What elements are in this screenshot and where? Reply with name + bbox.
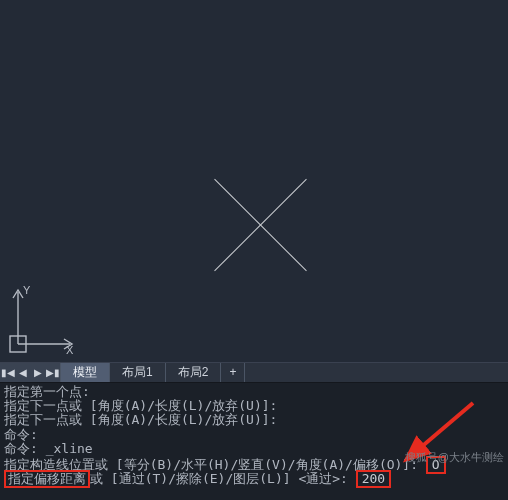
cmd-history-line: 命令: xyxy=(4,428,504,442)
cmd-history-line: 指定构造线位置或 [等分(B)/水平(H)/竖直(V)/角度(A)/偏移(O)]… xyxy=(4,456,504,470)
cmd-input-200: 200 xyxy=(356,470,391,488)
tab-next-icon[interactable]: ▶ xyxy=(30,363,45,382)
tab-layout2[interactable]: 布局2 xyxy=(166,363,222,382)
tab-prev-icon[interactable]: ◀ xyxy=(15,363,30,382)
tab-add-button[interactable]: + xyxy=(221,363,245,382)
drawing-viewport[interactable]: Y X xyxy=(0,0,508,362)
tab-nav-group: ▮◀ ◀ ▶ ▶▮ xyxy=(0,363,61,382)
svg-text:X: X xyxy=(66,344,74,356)
cmd-history-line: 指定下一点或 [角度(A)/长度(L)/放弃(U)]: xyxy=(4,413,504,427)
tab-layout1[interactable]: 布局1 xyxy=(110,363,166,382)
command-window[interactable]: 指定第一个点: 指定下一点或 [角度(A)/长度(L)/放弃(U)]: 指定下一… xyxy=(0,383,508,500)
cmd-highlight-offset-label: 指定偏移距离 xyxy=(4,470,90,488)
cmd-history-line: 命令: _xline xyxy=(4,442,504,456)
ucs-icon: Y X xyxy=(6,284,86,356)
tab-model[interactable]: 模型 xyxy=(61,363,110,382)
tab-last-icon[interactable]: ▶▮ xyxy=(45,363,60,382)
cmd-input-o: O xyxy=(426,456,446,474)
tab-first-icon[interactable]: ▮◀ xyxy=(0,363,15,382)
svg-text:Y: Y xyxy=(23,284,31,296)
cmd-history-line: 指定下一点或 [角度(A)/长度(L)/放弃(U)]: xyxy=(4,399,504,413)
cmd-history-line: 指定第一个点: xyxy=(4,385,504,399)
layout-tab-bar: ▮◀ ◀ ▶ ▶▮ 模型 布局1 布局2 + xyxy=(0,362,508,383)
